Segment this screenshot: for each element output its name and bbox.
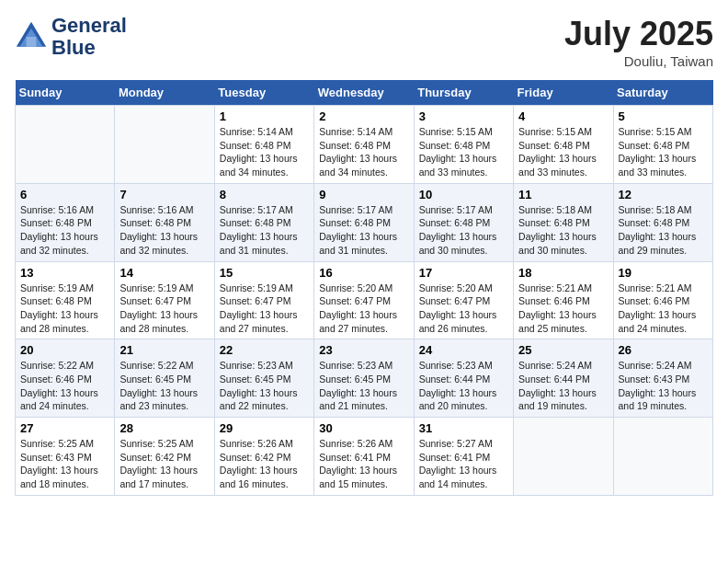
day-number: 14 [119, 266, 209, 280]
week-row-4: 20Sunrise: 5:22 AMSunset: 6:46 PMDayligh… [16, 339, 713, 418]
day-info: Sunrise: 5:15 AMSunset: 6:48 PMDaylight:… [518, 125, 608, 179]
day-number: 22 [220, 343, 309, 357]
calendar-cell: 2Sunrise: 5:14 AMSunset: 6:48 PMDaylight… [314, 106, 414, 184]
day-number: 29 [220, 421, 309, 435]
calendar-cell [514, 418, 613, 496]
day-info: Sunrise: 5:19 AMSunset: 6:47 PMDaylight:… [119, 282, 209, 336]
week-row-5: 27Sunrise: 5:25 AMSunset: 6:43 PMDayligh… [16, 418, 713, 496]
week-row-3: 13Sunrise: 5:19 AMSunset: 6:48 PMDayligh… [16, 261, 713, 339]
calendar-cell: 9Sunrise: 5:17 AMSunset: 6:48 PMDaylight… [314, 183, 414, 261]
page-header: General Blue July 2025 Douliu, Taiwan [15, 15, 713, 69]
calendar-cell: 19Sunrise: 5:21 AMSunset: 6:46 PMDayligh… [613, 261, 712, 339]
week-row-2: 6Sunrise: 5:16 AMSunset: 6:48 PMDaylight… [16, 183, 713, 261]
calendar-cell: 31Sunrise: 5:27 AMSunset: 6:41 PMDayligh… [414, 418, 513, 496]
day-number: 20 [20, 343, 109, 357]
location: Douliu, Taiwan [564, 53, 713, 69]
day-number: 25 [518, 343, 608, 357]
day-number: 21 [119, 343, 209, 357]
day-number: 11 [518, 188, 608, 201]
weekday-header-thursday: Thursday [414, 80, 513, 106]
day-number: 2 [319, 109, 408, 123]
calendar-cell: 27Sunrise: 5:25 AMSunset: 6:43 PMDayligh… [16, 418, 115, 496]
day-number: 1 [220, 109, 309, 123]
calendar-cell: 14Sunrise: 5:19 AMSunset: 6:47 PMDayligh… [115, 261, 214, 339]
day-number: 18 [518, 266, 608, 280]
day-number: 16 [319, 266, 408, 280]
weekday-header-saturday: Saturday [613, 80, 712, 106]
weekday-header-wednesday: Wednesday [314, 80, 414, 106]
day-info: Sunrise: 5:23 AMSunset: 6:45 PMDaylight:… [220, 359, 309, 413]
day-info: Sunrise: 5:18 AMSunset: 6:48 PMDaylight:… [619, 203, 708, 258]
day-info: Sunrise: 5:20 AMSunset: 6:47 PMDaylight:… [319, 282, 408, 336]
calendar-cell: 15Sunrise: 5:19 AMSunset: 6:47 PMDayligh… [214, 261, 313, 339]
calendar-cell: 17Sunrise: 5:20 AMSunset: 6:47 PMDayligh… [414, 261, 513, 339]
day-number: 8 [220, 188, 309, 201]
day-info: Sunrise: 5:14 AMSunset: 6:48 PMDaylight:… [220, 125, 309, 179]
day-number: 28 [119, 421, 209, 435]
weekday-header-monday: Monday [115, 80, 214, 106]
calendar-cell [16, 106, 115, 184]
title-block: July 2025 Douliu, Taiwan [564, 15, 713, 69]
week-row-1: 1Sunrise: 5:14 AMSunset: 6:48 PMDaylight… [16, 106, 713, 184]
calendar-body: 1Sunrise: 5:14 AMSunset: 6:48 PMDaylight… [16, 106, 713, 496]
calendar-cell: 3Sunrise: 5:15 AMSunset: 6:48 PMDaylight… [414, 106, 513, 184]
day-info: Sunrise: 5:25 AMSunset: 6:43 PMDaylight:… [20, 437, 109, 491]
svg-rect-2 [27, 37, 37, 47]
calendar-cell: 12Sunrise: 5:18 AMSunset: 6:48 PMDayligh… [613, 183, 712, 261]
day-info: Sunrise: 5:16 AMSunset: 6:48 PMDaylight:… [119, 203, 209, 258]
logo-line1: General [51, 15, 127, 37]
day-number: 3 [419, 109, 508, 123]
weekday-header-friday: Friday [514, 80, 613, 106]
calendar-cell: 21Sunrise: 5:22 AMSunset: 6:45 PMDayligh… [115, 339, 214, 418]
day-info: Sunrise: 5:24 AMSunset: 6:44 PMDaylight:… [518, 359, 608, 413]
weekday-header-sunday: Sunday [16, 80, 115, 106]
day-info: Sunrise: 5:20 AMSunset: 6:47 PMDaylight:… [419, 282, 508, 336]
day-number: 30 [319, 421, 408, 435]
day-number: 19 [619, 266, 708, 280]
day-info: Sunrise: 5:26 AMSunset: 6:41 PMDaylight:… [319, 437, 408, 491]
calendar-cell: 26Sunrise: 5:24 AMSunset: 6:43 PMDayligh… [613, 339, 712, 418]
day-info: Sunrise: 5:21 AMSunset: 6:46 PMDaylight:… [518, 282, 608, 336]
calendar-cell: 23Sunrise: 5:23 AMSunset: 6:45 PMDayligh… [314, 339, 414, 418]
day-info: Sunrise: 5:15 AMSunset: 6:48 PMDaylight:… [419, 125, 508, 179]
calendar-cell [115, 106, 214, 184]
day-number: 27 [20, 421, 109, 435]
day-info: Sunrise: 5:19 AMSunset: 6:48 PMDaylight:… [20, 282, 109, 336]
day-info: Sunrise: 5:19 AMSunset: 6:47 PMDaylight:… [220, 282, 309, 336]
calendar-cell: 24Sunrise: 5:23 AMSunset: 6:44 PMDayligh… [414, 339, 513, 418]
day-info: Sunrise: 5:14 AMSunset: 6:48 PMDaylight:… [319, 125, 408, 179]
day-number: 26 [619, 343, 708, 357]
calendar-cell: 8Sunrise: 5:17 AMSunset: 6:48 PMDaylight… [214, 183, 313, 261]
calendar-table: SundayMondayTuesdayWednesdayThursdayFrid… [15, 80, 713, 496]
calendar-cell: 10Sunrise: 5:17 AMSunset: 6:48 PMDayligh… [414, 183, 513, 261]
day-info: Sunrise: 5:27 AMSunset: 6:41 PMDaylight:… [419, 437, 508, 491]
calendar-cell: 16Sunrise: 5:20 AMSunset: 6:47 PMDayligh… [314, 261, 414, 339]
day-info: Sunrise: 5:21 AMSunset: 6:46 PMDaylight:… [619, 282, 708, 336]
calendar-cell: 13Sunrise: 5:19 AMSunset: 6:48 PMDayligh… [16, 261, 115, 339]
logo-line2: Blue [51, 37, 127, 59]
day-info: Sunrise: 5:26 AMSunset: 6:42 PMDaylight:… [220, 437, 309, 491]
calendar-cell [613, 418, 712, 496]
day-number: 9 [319, 188, 408, 201]
calendar-cell: 1Sunrise: 5:14 AMSunset: 6:48 PMDaylight… [214, 106, 313, 184]
calendar-cell: 30Sunrise: 5:26 AMSunset: 6:41 PMDayligh… [314, 418, 414, 496]
day-number: 23 [319, 343, 408, 357]
calendar-cell: 7Sunrise: 5:16 AMSunset: 6:48 PMDaylight… [115, 183, 214, 261]
day-number: 31 [419, 421, 508, 435]
weekday-row: SundayMondayTuesdayWednesdayThursdayFrid… [16, 80, 713, 106]
calendar-cell: 11Sunrise: 5:18 AMSunset: 6:48 PMDayligh… [514, 183, 613, 261]
day-info: Sunrise: 5:16 AMSunset: 6:48 PMDaylight:… [20, 203, 109, 258]
calendar-cell: 6Sunrise: 5:16 AMSunset: 6:48 PMDaylight… [16, 183, 115, 261]
weekday-header-tuesday: Tuesday [214, 80, 313, 106]
day-info: Sunrise: 5:25 AMSunset: 6:42 PMDaylight:… [119, 437, 209, 491]
day-number: 13 [20, 266, 109, 280]
calendar-cell: 28Sunrise: 5:25 AMSunset: 6:42 PMDayligh… [115, 418, 214, 496]
calendar-cell: 18Sunrise: 5:21 AMSunset: 6:46 PMDayligh… [514, 261, 613, 339]
calendar-cell: 20Sunrise: 5:22 AMSunset: 6:46 PMDayligh… [16, 339, 115, 418]
day-number: 6 [20, 188, 109, 201]
day-info: Sunrise: 5:17 AMSunset: 6:48 PMDaylight:… [319, 203, 408, 258]
day-number: 10 [419, 188, 508, 201]
day-info: Sunrise: 5:15 AMSunset: 6:48 PMDaylight:… [619, 125, 708, 179]
calendar-header: SundayMondayTuesdayWednesdayThursdayFrid… [16, 80, 713, 106]
day-info: Sunrise: 5:24 AMSunset: 6:43 PMDaylight:… [619, 359, 708, 413]
